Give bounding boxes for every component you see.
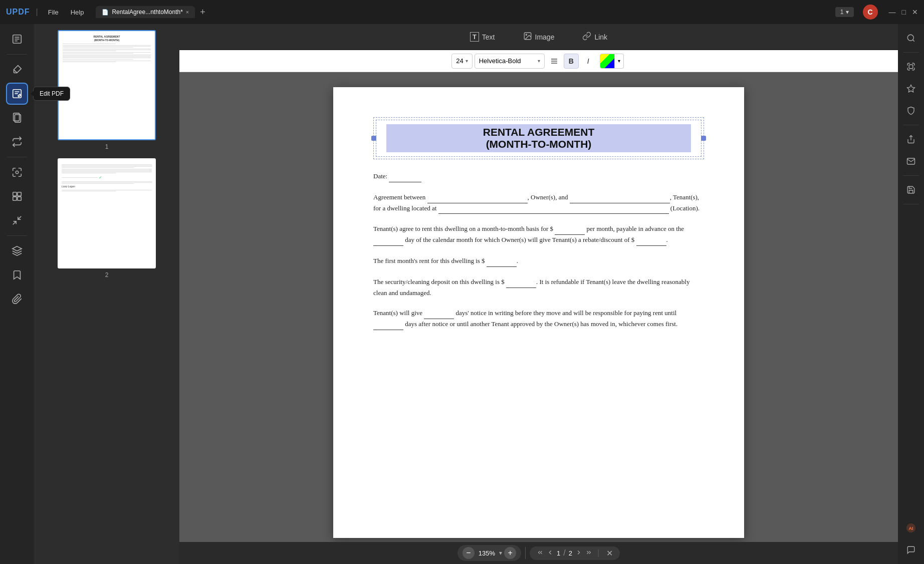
font-size-value: 24 [456,57,463,65]
svg-point-20 [526,34,527,35]
zoom-in-btn[interactable]: + [504,547,516,559]
text-tool-icon: T [470,32,479,42]
doc-para-date: Date: [373,171,704,182]
sidebar-bookmark-icon[interactable] [6,264,28,286]
rent-amount-blank [555,224,585,235]
doc-para-notice: Tenant(s) will give days' notice in writ… [373,308,704,330]
page-num-badge: 1 ▾ [835,7,854,17]
zoom-control: − 135% ▾ + [457,545,521,561]
text-tool-btn[interactable]: T Text [464,29,501,45]
rebate-blank [636,235,666,246]
title-highlight: RENTAL AGREEMENT (MONTH-TO-MONTH) [386,124,691,152]
win-close[interactable]: ✕ [912,8,918,16]
color-picker-btn[interactable] [600,54,615,69]
thumb-content-1: RENTAL AGREEMENT(MONTH-TO-MONTH) [59,31,155,139]
title-textbox[interactable]: RENTAL AGREEMENT (MONTH-TO-MONTH) [376,120,702,157]
svg-point-11 [16,171,19,174]
sidebar-compress-icon[interactable] [6,209,28,231]
zoom-value: 135% [477,549,497,557]
svg-rect-26 [909,65,913,69]
app-logo: UPDF [6,8,30,17]
pdf-viewer[interactable]: RENTAL AGREEMENT (MONTH-TO-MONTH) Date: [179,72,898,542]
right-email-icon[interactable] [901,151,921,171]
nav-last-btn[interactable] [585,549,592,557]
image-tool-label: Image [535,33,555,41]
right-comment-icon[interactable] [901,540,921,560]
location-blank [438,203,669,214]
right-ai-icon[interactable]: AI [901,518,921,538]
win-minimize[interactable]: — [889,8,896,16]
sidebar-organize-icon[interactable] [6,185,28,207]
sidebar-read-icon[interactable] [6,28,28,50]
resize-handle-right[interactable] [701,136,706,141]
right-save-icon[interactable] [901,180,921,200]
thumb-page-num-2: 2 [105,271,109,278]
sidebar-editpdf-icon[interactable]: Edit PDF [6,83,28,105]
new-tab-btn[interactable]: + [197,6,208,19]
doc-para-rent: Tenant(s) agree to rent this dwelling on… [373,224,704,246]
left-sidebar: Edit PDF [0,24,34,564]
tab-close-btn[interactable]: × [186,9,189,15]
font-name-select[interactable]: Helvetica-Bold ▾ [475,54,545,69]
content-area: T Text Image Link [179,24,898,564]
sidebar-attachment-icon[interactable] [6,288,28,310]
page-current: 1 [557,549,560,557]
sidebar-highlight-icon[interactable] [6,59,28,81]
nav-first-btn[interactable] [537,549,544,557]
format-toolbar: 24 ▾ Helvetica-Bold ▾ B I ▾ [179,50,898,72]
align-btn[interactable] [547,54,562,69]
pay-day-blank [373,235,403,246]
right-search-icon[interactable] [901,28,921,48]
active-tab[interactable]: 📄 RentalAgree...nthtoMonth* × [96,6,195,18]
menu-help[interactable]: Help [67,7,88,18]
sidebar-ocr-icon[interactable] [6,161,28,183]
text-tool-label: Text [482,33,495,41]
link-tool-icon [582,32,591,43]
svg-point-24 [907,35,913,41]
sidebar-layers-icon[interactable] [6,240,28,262]
color-picker-group: ▾ [600,54,624,69]
sidebar-pages-icon[interactable] [6,107,28,129]
top-toolbar: T Text Image Link [179,24,898,50]
deposit-blank [506,277,536,288]
image-tool-icon [523,32,532,43]
bold-btn[interactable]: B [564,54,579,69]
title-bar: UPDF | File Help 📄 RentalAgree...nthtoMo… [0,0,924,24]
title-selection-area: RENTAL AGREEMENT (MONTH-TO-MONTH) [373,117,704,159]
right-protect-icon[interactable] [901,101,921,121]
nav-close-btn[interactable]: ✕ [606,548,613,558]
rent-until-blank [373,319,403,330]
color-picker-arrow[interactable]: ▾ [615,54,624,69]
font-size-select[interactable]: 24 ▾ [451,54,472,69]
thumbnail-page-2[interactable]: ✓ Lizzy Logan 2 [40,158,173,278]
nav-next-btn[interactable] [575,549,582,557]
nav-prev-btn[interactable] [547,549,554,557]
link-tool-btn[interactable]: Link [576,29,613,46]
menu-file[interactable]: File [44,7,63,18]
doc-title-line2: (MONTH-TO-MONTH) [386,138,691,150]
right-scan-icon[interactable] [901,57,921,77]
svg-rect-13 [18,192,21,196]
svg-line-16 [13,221,16,224]
tab-title: RentalAgree...nthtoMonth* [112,9,182,16]
zoom-out-btn[interactable]: − [463,547,475,559]
svg-rect-15 [18,197,21,200]
edit-pdf-tooltip: Edit PDF [33,87,70,101]
first-month-blank [487,256,517,267]
right-share-icon[interactable] [901,129,921,149]
svg-rect-14 [13,197,17,200]
win-maximize[interactable]: □ [902,8,906,16]
notice-days-blank [424,308,454,319]
image-tool-btn[interactable]: Image [517,29,561,46]
page-total: 2 [569,549,572,557]
sidebar-convert-icon[interactable] [6,131,28,153]
resize-handle-left[interactable] [371,136,376,141]
italic-btn[interactable]: I [581,54,596,69]
win-controls: — □ ✕ [889,8,918,16]
right-sep-1 [903,52,919,53]
thumb-content-2: ✓ Lizzy Logan [58,158,156,268]
zoom-arrow[interactable]: ▾ [499,549,502,556]
right-enhance-icon[interactable] [901,79,921,99]
svg-line-17 [18,216,21,219]
doc-body: Date: Agreement between , Owner(s), and … [373,171,704,330]
